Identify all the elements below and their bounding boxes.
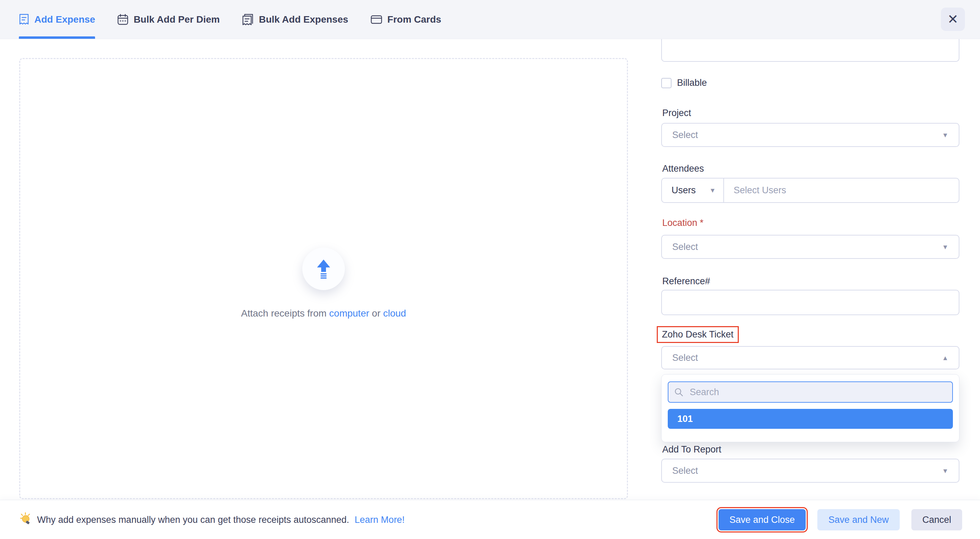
tab-bulk-add-per-diem[interactable]: Bulk Add Per Diem bbox=[117, 0, 220, 39]
location-select[interactable]: Select ▼ bbox=[661, 235, 959, 259]
reference-input[interactable] bbox=[661, 290, 959, 315]
reference-label: Reference# bbox=[662, 276, 710, 287]
learn-more-link[interactable]: Learn More! bbox=[355, 515, 405, 525]
chevron-down-icon: ▼ bbox=[942, 244, 948, 250]
billable-label: Billable bbox=[677, 78, 707, 88]
location-placeholder: Select bbox=[672, 242, 698, 252]
receipt-dropzone[interactable]: Attach receipts from computer or cloud bbox=[19, 58, 628, 499]
zoho-desk-ticket-dropdown: 101 bbox=[661, 374, 959, 442]
cancel-button[interactable]: Cancel bbox=[912, 509, 962, 530]
tab-label: Bulk Add Expenses bbox=[259, 14, 348, 25]
billable-checkbox[interactable] bbox=[661, 78, 671, 88]
upload-icon[interactable] bbox=[302, 247, 345, 290]
credit-card-icon bbox=[371, 14, 382, 25]
chevron-down-icon: ▼ bbox=[942, 467, 948, 474]
chevron-down-icon: ▼ bbox=[942, 132, 948, 138]
receipts-stack-icon bbox=[242, 13, 254, 26]
dropdown-search-wrap bbox=[668, 381, 953, 403]
required-asterisk: * bbox=[700, 218, 704, 228]
modal-footer: Why add expenses manually when you can g… bbox=[0, 500, 980, 539]
save-and-new-button[interactable]: Save and New bbox=[817, 509, 900, 530]
close-icon: ✕ bbox=[947, 13, 958, 26]
save-and-close-button[interactable]: Save and Close bbox=[719, 509, 806, 530]
chevron-up-icon: ▲ bbox=[942, 355, 948, 361]
tab-bar: Add Expense Bulk Add Per Diem bbox=[0, 0, 980, 39]
attendees-label: Attendees bbox=[662, 163, 704, 174]
tip-text: Why add expenses manually when you can g… bbox=[37, 515, 349, 525]
autoscan-tip: Why add expenses manually when you can g… bbox=[19, 512, 404, 528]
close-button[interactable]: ✕ bbox=[941, 8, 965, 31]
project-placeholder: Select bbox=[672, 130, 698, 140]
attendees-type-select[interactable]: Users ▼ bbox=[662, 179, 724, 202]
location-label-text: Location bbox=[662, 218, 697, 228]
tab-list: Add Expense Bulk Add Per Diem bbox=[19, 0, 441, 39]
attach-receipts-text: Attach receipts from computer or cloud bbox=[20, 308, 627, 319]
add-to-report-label: Add To Report bbox=[662, 444, 721, 455]
attendees-type-value: Users bbox=[671, 185, 696, 196]
footer-actions: Save and Close Save and New Cancel bbox=[719, 509, 962, 530]
zoho-desk-ticket-label: Zoho Desk Ticket bbox=[662, 329, 733, 340]
tab-add-expense[interactable]: Add Expense bbox=[19, 0, 95, 39]
annotation-box-zoho-desk-ticket: Zoho Desk Ticket bbox=[657, 326, 739, 343]
truncated-field[interactable] bbox=[661, 39, 959, 62]
expense-form: Billable Project Select ▼ Attendees User… bbox=[661, 0, 959, 539]
lightbulb-icon bbox=[19, 512, 32, 528]
tab-bulk-add-expenses[interactable]: Bulk Add Expenses bbox=[242, 0, 348, 39]
calendar-icon bbox=[117, 14, 128, 26]
zoho-desk-ticket-placeholder: Select bbox=[672, 352, 698, 363]
attendees-field: Users ▼ bbox=[661, 178, 959, 203]
location-label: Location * bbox=[662, 218, 703, 228]
billable-row[interactable]: Billable bbox=[661, 78, 707, 88]
project-label: Project bbox=[662, 108, 691, 118]
dropdown-search-input[interactable] bbox=[668, 381, 953, 403]
chevron-down-icon: ▼ bbox=[709, 187, 716, 194]
cloud-link[interactable]: cloud bbox=[383, 308, 406, 319]
attendees-input[interactable] bbox=[724, 179, 959, 202]
zoho-desk-ticket-select[interactable]: Select ▲ bbox=[661, 346, 959, 369]
tab-label: Bulk Add Per Diem bbox=[134, 14, 220, 25]
tab-label: Add Expense bbox=[34, 14, 95, 25]
attach-text-prefix: Attach receipts from bbox=[241, 308, 327, 319]
receipt-icon bbox=[19, 13, 29, 26]
tab-from-cards[interactable]: From Cards bbox=[371, 0, 441, 39]
dropdown-option-101[interactable]: 101 bbox=[668, 409, 953, 429]
computer-link[interactable]: computer bbox=[329, 308, 369, 319]
attach-text-or: or bbox=[372, 308, 380, 319]
add-expense-modal: Add Expense Bulk Add Per Diem bbox=[0, 0, 980, 539]
add-to-report-select[interactable]: Select ▼ bbox=[661, 459, 959, 483]
tab-label: From Cards bbox=[387, 14, 441, 25]
project-select[interactable]: Select ▼ bbox=[661, 123, 959, 147]
dropdown-option-label: 101 bbox=[677, 414, 693, 424]
add-to-report-placeholder: Select bbox=[672, 466, 698, 476]
